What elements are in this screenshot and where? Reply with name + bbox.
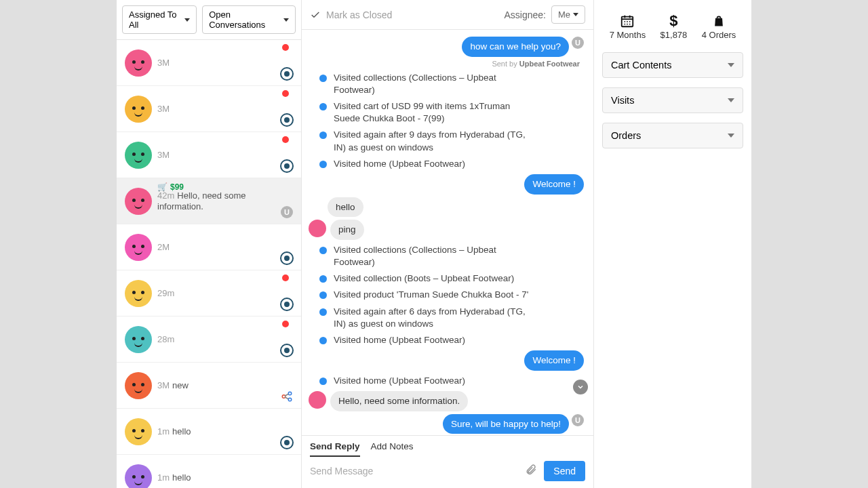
tab-send-reply[interactable]: Send Reply bbox=[310, 441, 360, 457]
customer-message: hello bbox=[328, 197, 363, 218]
composer-input-row: Send bbox=[302, 457, 593, 488]
event-dot-icon bbox=[319, 337, 327, 344]
agent-avatar-badge: U bbox=[572, 37, 584, 49]
visit-event: Visited again after 9 days from Hyderaba… bbox=[319, 129, 584, 153]
agent-message: how can we help you? bbox=[462, 37, 569, 57]
assignee-dropdown[interactable]: Me bbox=[551, 5, 585, 24]
attachment-icon[interactable] bbox=[525, 464, 537, 479]
event-dot-icon bbox=[319, 247, 327, 254]
chat-channel-icon bbox=[279, 251, 294, 266]
conversation-time: 28m bbox=[157, 334, 174, 344]
customer-avatar bbox=[125, 188, 152, 215]
chat-channel-icon bbox=[279, 66, 294, 81]
send-button[interactable]: Send bbox=[544, 461, 585, 481]
conversation-time: 1m bbox=[157, 472, 170, 483]
conversation-item[interactable]: 3M bbox=[117, 132, 301, 178]
assignee-control: Assignee: Me bbox=[504, 5, 585, 24]
conversation-time: 3M bbox=[157, 150, 170, 160]
scroll-to-bottom-button[interactable] bbox=[573, 380, 588, 394]
conversation-time: 2M bbox=[157, 242, 170, 252]
agent-message-row: Sure, will be happy to help! U bbox=[309, 414, 584, 434]
svg-point-13 bbox=[627, 24, 629, 25]
svg-point-11 bbox=[629, 21, 631, 22]
conversation-list-pane: Assigned To All Open Conversations 3M3M3… bbox=[117, 0, 302, 488]
conversation-item[interactable]: 2M bbox=[117, 224, 301, 270]
assignee-value: Me bbox=[558, 9, 570, 20]
message-input[interactable] bbox=[310, 466, 518, 476]
customer-avatar bbox=[125, 49, 152, 77]
bag-icon bbox=[702, 12, 736, 30]
filter-bar: Assigned To All Open Conversations bbox=[117, 0, 301, 40]
conversation-time: 3M bbox=[157, 104, 170, 114]
event-dot-icon bbox=[319, 75, 327, 82]
conversation-item[interactable]: 29m bbox=[117, 270, 301, 317]
customer-avatar bbox=[309, 220, 326, 237]
chat-channel-icon bbox=[279, 435, 294, 450]
caret-down-icon bbox=[283, 18, 289, 22]
message-scroll[interactable]: how can we help you? U Sent by Upbeat Fo… bbox=[302, 30, 593, 435]
customer-avatar bbox=[125, 372, 152, 399]
visit-event: Visited collections (Collections – Upbea… bbox=[319, 244, 584, 268]
conversation-list: 3M3M3M🛒$9942mHello, need some informatio… bbox=[117, 40, 301, 488]
svg-point-1 bbox=[288, 392, 292, 395]
customer-message-row: ping bbox=[309, 220, 584, 240]
mark-as-closed-label: Mark as Closed bbox=[326, 9, 392, 20]
event-dot-icon bbox=[319, 161, 327, 168]
conversation-item[interactable]: 1mhello bbox=[117, 409, 301, 455]
conversation-item[interactable]: 1mhello bbox=[117, 455, 301, 488]
chat-channel-icon bbox=[279, 297, 294, 312]
chat-channel-icon bbox=[279, 343, 294, 358]
customer-message: ping bbox=[330, 220, 364, 240]
unread-dot-icon bbox=[282, 44, 289, 51]
conversation-item[interactable]: 28m bbox=[117, 317, 301, 363]
accordion-visits[interactable]: Visits bbox=[602, 87, 743, 113]
caret-down-icon bbox=[184, 18, 190, 22]
chevron-down-icon bbox=[728, 63, 734, 67]
event-dot-icon bbox=[319, 103, 327, 110]
event-dot-icon bbox=[319, 275, 327, 283]
app-frame: Assigned To All Open Conversations 3M3M3… bbox=[117, 0, 751, 488]
customer-avatar bbox=[309, 391, 326, 409]
chat-channel-icon bbox=[279, 113, 294, 127]
visit-event: Visited collection (Boots – Upbeat Footw… bbox=[319, 272, 584, 285]
customer-message: Hello, need some information. bbox=[330, 391, 468, 411]
conversation-time: 29m bbox=[157, 288, 174, 298]
tab-add-notes[interactable]: Add Notes bbox=[371, 441, 414, 457]
accordion-cart-contents[interactable]: Cart Contents bbox=[602, 52, 743, 78]
svg-line-4 bbox=[285, 397, 288, 399]
conversation-time: 42m bbox=[157, 190, 174, 201]
conversation-snippet: hello bbox=[172, 426, 191, 436]
customer-avatar bbox=[125, 96, 152, 123]
customer-avatar bbox=[125, 418, 152, 445]
visit-event: Visited again after 6 days from Hyderaba… bbox=[319, 306, 584, 330]
info-pane: 7 Months $ $1,878 4 Orders Cart Contents… bbox=[593, 0, 751, 488]
thread-pane: Mark as Closed Assignee: Me how can we h… bbox=[302, 0, 593, 488]
mark-as-closed-button[interactable]: Mark as Closed bbox=[310, 9, 392, 20]
event-dot-icon bbox=[319, 378, 327, 385]
conversation-item[interactable]: 🛒$9942mHello, need some information.U bbox=[117, 178, 301, 224]
assignee-label: Assignee: bbox=[504, 9, 545, 20]
svg-point-12 bbox=[625, 24, 626, 25]
conversation-time: 1m bbox=[157, 426, 170, 436]
chevron-down-icon bbox=[728, 98, 734, 102]
customer-avatar bbox=[125, 142, 152, 169]
accordion-orders[interactable]: Orders bbox=[602, 123, 743, 148]
event-dot-icon bbox=[319, 291, 327, 299]
customer-avatar bbox=[125, 280, 152, 307]
visit-event: Visited cart of USD 99 with items 1xTrum… bbox=[319, 100, 584, 125]
cart-summary: 🛒$99 bbox=[157, 182, 184, 192]
state-filter-dropdown[interactable]: Open Conversations bbox=[202, 5, 296, 34]
chevron-down-icon bbox=[728, 134, 734, 138]
assigned-filter-dropdown[interactable]: Assigned To All bbox=[122, 5, 197, 34]
conversation-item[interactable]: 3M bbox=[117, 40, 301, 86]
agent-message: Sure, will be happy to help! bbox=[443, 414, 569, 434]
conversation-snippet: hello bbox=[172, 472, 191, 483]
customer-avatar bbox=[125, 234, 152, 261]
customer-avatar bbox=[125, 464, 152, 489]
conversation-item[interactable]: 3M bbox=[117, 86, 301, 132]
visit-event: Visited collections (Collections – Upbea… bbox=[319, 72, 584, 96]
agent-message-row: Welcome ! bbox=[309, 174, 584, 195]
svg-point-14 bbox=[629, 24, 631, 25]
svg-line-3 bbox=[285, 394, 288, 396]
conversation-item[interactable]: 3Mnew bbox=[117, 363, 301, 409]
